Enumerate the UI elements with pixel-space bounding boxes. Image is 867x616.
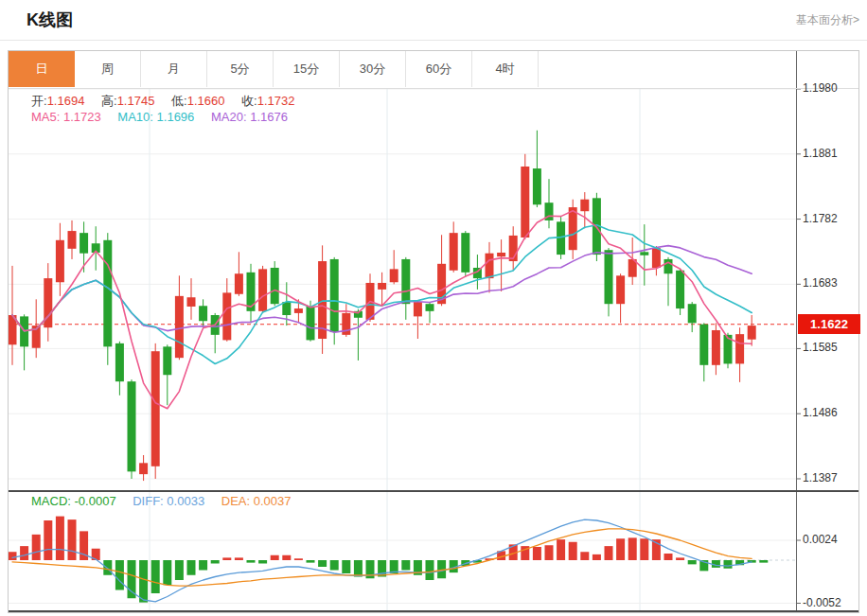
candle-body [688, 304, 697, 323]
high-label: 高: [101, 94, 117, 108]
dea-value: 0.0037 [254, 494, 292, 508]
macd-label: MACD: [31, 494, 71, 508]
macd-bar [557, 539, 565, 560]
macd-bar [139, 560, 148, 603]
price-tick-label: 1.1387 [803, 471, 858, 484]
tab-30分[interactable]: 30分 [340, 51, 406, 87]
ohlc-legend: 开:1.1694 高:1.1745 低:1.1660 收:1.1732 [31, 93, 294, 110]
candle-body [699, 325, 708, 365]
macd-bar [115, 560, 124, 590]
candle-body [378, 283, 386, 290]
candle-body [557, 221, 565, 255]
bottom-separator [9, 610, 858, 612]
kline-page: K线图 基本面分析> 日周月5分15分30分60分4时 开:1.1694 高:1… [0, 0, 867, 616]
candle-body [640, 252, 648, 255]
macd-tick-label: 0.0024 [803, 533, 858, 546]
open-label: 开: [31, 94, 47, 108]
macd-bar [545, 545, 554, 560]
page-title: K线图 [27, 9, 73, 31]
candle-body [294, 308, 303, 313]
candle-body [139, 463, 148, 474]
macd-bar [724, 560, 733, 569]
macd-bar [354, 560, 363, 577]
fundamental-analysis-link[interactable]: 基本面分析> [796, 12, 859, 28]
y-axis-line [796, 51, 797, 612]
macd-bar [128, 560, 136, 598]
chart-canvas[interactable] [9, 51, 858, 612]
tab-underline [9, 88, 858, 89]
candle-body [282, 302, 291, 315]
tab-日[interactable]: 日 [9, 51, 75, 87]
candle-body [712, 330, 720, 365]
macd-bar [593, 554, 601, 560]
candle-body [605, 250, 613, 304]
candle-body [450, 233, 458, 271]
price-tick-label: 1.1683 [803, 276, 858, 290]
candle-body [580, 200, 589, 212]
macd-bar [187, 560, 196, 575]
macd-bar [103, 560, 112, 575]
ma10-label: MA10: [117, 110, 153, 124]
macd-bar [426, 560, 434, 580]
macd-bar [580, 552, 589, 560]
candle-body [664, 259, 673, 273]
macd-bar [235, 557, 243, 560]
candle-body [533, 168, 541, 204]
macd-bar [533, 547, 541, 560]
candle-body [258, 269, 267, 310]
candle-body [461, 233, 469, 273]
candle-body [175, 296, 184, 358]
macd-bar [163, 560, 171, 585]
candle-body [318, 261, 327, 339]
price-tick-label: 1.1486 [803, 406, 858, 419]
candle-body [414, 302, 422, 316]
dea-label: DEA: [221, 494, 250, 508]
candle-body [80, 233, 88, 254]
candle-body [222, 292, 231, 340]
candle-body [426, 304, 434, 311]
candle-body [390, 269, 398, 282]
macd-bar [640, 538, 648, 560]
candle-body [271, 268, 279, 304]
macd-bar [9, 552, 17, 560]
tab-4时[interactable]: 4时 [472, 51, 539, 87]
macd-tick-label: -0.0052 [803, 596, 858, 609]
macd-bar [569, 542, 577, 560]
candle-body [56, 240, 64, 282]
candle-body [128, 381, 136, 471]
panel-separator [9, 490, 858, 492]
candle-body [735, 334, 744, 363]
candle-body [748, 326, 756, 340]
low-value: 1.1660 [187, 94, 225, 108]
price-tick-label: 1.1782 [803, 212, 858, 225]
tab-15分[interactable]: 15分 [274, 51, 340, 87]
ma20-value: 1.1676 [250, 110, 288, 124]
candle-body [486, 254, 494, 278]
macd-bar [342, 560, 350, 573]
diff-label: DIFF: [133, 494, 164, 508]
candle-body [187, 297, 196, 307]
candle-body [676, 271, 684, 308]
price-tick-label: 1.1980 [803, 81, 858, 95]
tab-5分[interactable]: 5分 [207, 51, 274, 87]
candle-body [521, 167, 529, 238]
candle-body [330, 259, 339, 332]
chart-container: 日周月5分15分30分60分4时 开:1.1694 高:1.1745 低:1.1… [8, 50, 859, 613]
candle-body [401, 259, 410, 304]
close-label: 收: [241, 94, 257, 108]
tab-60分[interactable]: 60分 [406, 51, 472, 87]
macd-bar [307, 560, 315, 563]
period-tab-bar: 日周月5分15分30分60分4时 [9, 51, 539, 88]
tab-月[interactable]: 月 [141, 51, 207, 87]
macd-bar [199, 560, 207, 571]
macd-bar [56, 517, 64, 560]
macd-bar [282, 555, 291, 560]
macd-bar [628, 537, 637, 560]
candle-body [68, 231, 77, 249]
macd-bar [294, 558, 303, 560]
ma20-label: MA20: [211, 110, 247, 124]
candle-body [151, 351, 160, 466]
macd-legend: MACD: -0.0007 DIFF: 0.0033 DEA: 0.0037 [31, 494, 291, 508]
tab-周[interactable]: 周 [75, 51, 141, 87]
candle-body [115, 343, 124, 381]
